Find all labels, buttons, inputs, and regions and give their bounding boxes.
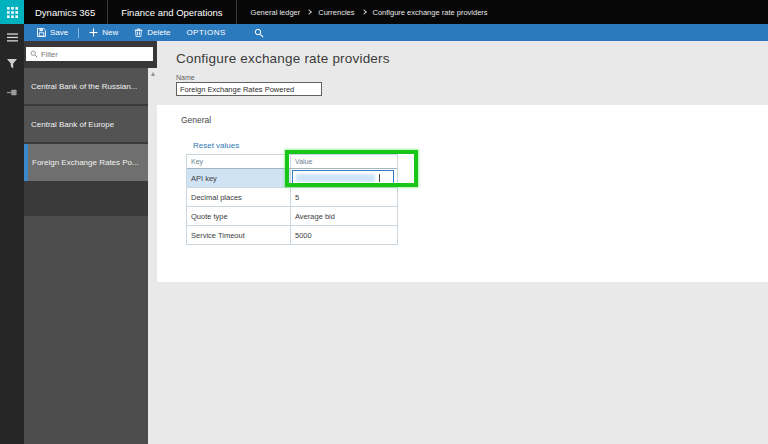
command-bar-divider	[78, 28, 79, 38]
api-key-input[interactable]	[292, 170, 394, 186]
row-key: Decimal places	[187, 188, 291, 206]
page-title: Configure exchange rate providers	[176, 51, 390, 66]
list-item-central-bank-of-europe[interactable]: Central Bank of Europe	[24, 106, 157, 142]
breadcrumb-general-ledger[interactable]: General ledger	[251, 8, 301, 17]
waffle-icon	[7, 7, 18, 18]
top-navigation-bar: Dynamics 365 Finance and Operations Gene…	[0, 0, 768, 24]
list-item-label: Central Bank of Europe	[31, 120, 114, 129]
column-header-key[interactable]: Key	[187, 155, 291, 168]
delete-button[interactable]: Delete	[126, 24, 178, 41]
list-item-label: Central Bank of the Russian...	[31, 82, 137, 91]
pin-button[interactable]	[0, 81, 24, 103]
row-key: Quote type	[187, 207, 291, 225]
breadcrumb-configure-exchange-rate-providers[interactable]: Configure exchange rate providers	[373, 8, 488, 17]
product-name[interactable]: Finance and Operations	[108, 0, 235, 24]
hamburger-icon	[7, 33, 18, 42]
general-section-header[interactable]: General	[181, 115, 211, 125]
general-section: General Reset values Key Value API key	[157, 105, 768, 282]
menu-button[interactable]	[0, 26, 24, 48]
table-row-decimal-places[interactable]: Decimal places 5	[187, 188, 397, 207]
content-area: Configure exchange rate providers Name G…	[157, 41, 768, 444]
search-icon	[254, 28, 264, 38]
options-label: OPTIONS	[186, 28, 226, 37]
scroll-up-icon[interactable]	[151, 72, 155, 76]
row-value[interactable]: 5000	[291, 226, 397, 244]
name-field-label: Name	[176, 74, 195, 81]
plus-icon	[89, 28, 98, 37]
pin-icon	[7, 89, 18, 96]
trash-icon	[134, 28, 143, 37]
filter-input[interactable]	[26, 47, 153, 61]
list-item-central-bank-of-the-russian[interactable]: Central Bank of the Russian...	[24, 68, 157, 104]
page-header: Configure exchange rate providers Name	[157, 41, 768, 105]
row-key: Service Timeout	[187, 226, 291, 244]
save-label: Save	[50, 28, 68, 37]
row-value[interactable]: Average bid	[291, 207, 397, 225]
delete-label: Delete	[147, 28, 170, 37]
list-item-foreign-exchange-rates-selected[interactable]: Foreign Exchange Rates Po...	[24, 144, 157, 181]
left-rail	[0, 24, 24, 444]
table-row-service-timeout[interactable]: Service Timeout 5000	[187, 226, 397, 245]
app-window: Dynamics 365 Finance and Operations Gene…	[0, 0, 768, 444]
new-button[interactable]: New	[81, 24, 126, 41]
breadcrumb: General ledger Currencies Configure exch…	[237, 0, 488, 24]
options-button[interactable]: OPTIONS	[178, 24, 234, 41]
sidebar-scrollbar[interactable]	[148, 68, 157, 444]
column-header-value[interactable]: Value	[291, 155, 397, 168]
provider-list-pane: Central Bank of the Russian... Central B…	[24, 41, 157, 444]
redacted-value	[296, 174, 375, 182]
table-row-api-key[interactable]: API key	[187, 169, 397, 188]
breadcrumb-currencies[interactable]: Currencies	[318, 8, 354, 17]
funnel-icon	[7, 59, 17, 69]
filter-area	[24, 41, 157, 68]
brand-dynamics-365[interactable]: Dynamics 365	[24, 0, 107, 24]
search-icon	[30, 50, 38, 58]
table-header-row: Key Value	[187, 155, 397, 169]
save-icon	[37, 28, 46, 37]
app-launcher-button[interactable]	[0, 0, 24, 24]
save-button[interactable]: Save	[29, 24, 76, 41]
text-cursor	[379, 174, 380, 182]
chevron-right-icon	[306, 9, 312, 15]
key-value-table: Key Value API key Decimal places 5	[186, 154, 398, 245]
name-field[interactable]	[176, 82, 322, 96]
filter-pane-button[interactable]	[0, 53, 24, 75]
command-search-button[interactable]	[246, 24, 272, 41]
command-bar: Save New Delete OPTIONS	[24, 24, 768, 41]
chevron-right-icon	[361, 9, 367, 15]
table-row-quote-type[interactable]: Quote type Average bid	[187, 207, 397, 226]
new-label: New	[102, 28, 118, 37]
reset-values-link[interactable]: Reset values	[193, 141, 239, 150]
list-item-label: Foreign Exchange Rates Po...	[32, 158, 139, 167]
row-value-cell	[291, 169, 397, 187]
row-value[interactable]: 5	[291, 188, 397, 206]
row-key: API key	[187, 169, 291, 187]
